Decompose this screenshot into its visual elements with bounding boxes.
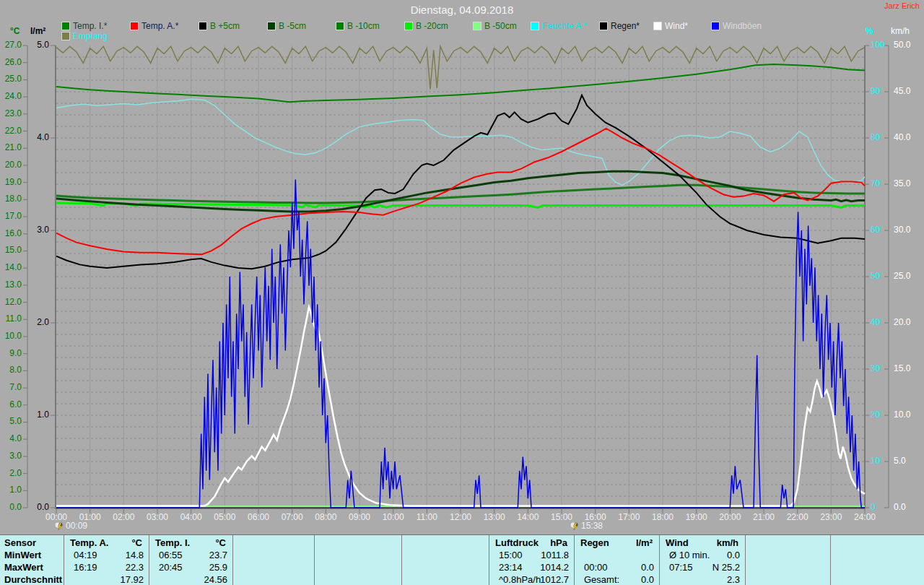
kmh-tick-label: 20.0	[894, 318, 918, 327]
temp-tick-label: 1.0	[1, 485, 22, 495]
kmh-tick-label: 15.0	[894, 364, 918, 373]
hour-tick-label: 21:00	[747, 513, 780, 522]
temp-tick-label: 14.0	[1, 263, 22, 272]
table-cell-value: 14.8	[64, 550, 144, 560]
temp-tick-label: 8.0	[1, 365, 22, 375]
hour-tick-label: 23:00	[814, 513, 847, 522]
storm-icon	[570, 521, 580, 531]
pct-tick-label: 40	[871, 318, 891, 327]
kmh-tick-label: 5.0	[894, 456, 918, 466]
storm-event-marker: 00:09	[54, 521, 87, 531]
table-cell-value: 1011.8	[489, 550, 569, 560]
kmh-tick-label: 10.0	[894, 410, 918, 420]
temp-tick-label: 5.0	[1, 417, 22, 426]
table-col-unit: °C	[149, 537, 226, 548]
table-row-label: Durchschnitt	[4, 574, 62, 585]
kmh-tick-label: 30.0	[894, 225, 918, 235]
hour-tick-label: 13:00	[478, 513, 511, 522]
table-cell-value: 0.0	[574, 574, 654, 585]
pct-tick-label: 100	[871, 40, 891, 50]
kmh-tick-label: 35.0	[894, 179, 918, 188]
rain-tick-label: 4.0	[32, 133, 49, 142]
temp-tick-label: 25.0	[1, 74, 22, 84]
statistics-table: SensorMinWertMaxWertDurchschnittTemp. A.…	[0, 534, 924, 585]
hour-tick-label: 05:00	[208, 513, 241, 522]
hour-tick-label: 03:00	[141, 513, 174, 522]
hour-tick-label: 02:00	[107, 513, 140, 522]
kmh-tick-label: 45.0	[894, 87, 918, 96]
kmh-tick-label: 50.0	[894, 40, 918, 50]
storm-event-time: 15:38	[581, 521, 603, 531]
rain-tick-label: 0.0	[32, 503, 49, 512]
table-col-unit: hPa	[489, 537, 567, 548]
temp-tick-label: 4.0	[1, 434, 22, 443]
temp-tick-label: 26.0	[1, 58, 22, 67]
temp-tick-label: 19.0	[1, 178, 22, 187]
temp-tick-label: 9.0	[1, 349, 22, 358]
pct-tick-label: 70	[871, 179, 891, 188]
temp-tick-label: 24.0	[1, 92, 22, 101]
hour-tick-label: 10:00	[377, 513, 410, 522]
table-col-unit: °C	[64, 537, 142, 548]
temp-tick-label: 11.0	[1, 314, 22, 324]
kmh-tick-label: 40.0	[894, 133, 918, 142]
table-column-separator	[401, 535, 402, 585]
temp-tick-label: 18.0	[1, 194, 22, 204]
hour-tick-label: 04:00	[175, 513, 208, 522]
pct-tick-label: 0	[871, 503, 891, 512]
temp-tick-label: 2.0	[1, 469, 22, 478]
temp-tick-label: 17.0	[1, 212, 22, 221]
pct-tick-label: 50	[871, 272, 891, 281]
table-column-separator	[232, 535, 233, 585]
table-cell-value: 0.0	[574, 562, 654, 573]
hour-tick-label: 12:00	[444, 513, 477, 522]
table-row-label: MaxWert	[4, 562, 43, 573]
hour-tick-label: 06:00	[242, 513, 275, 522]
kmh-tick-label: 25.0	[894, 272, 918, 281]
storm-event-marker: 15:38	[570, 521, 603, 531]
table-cell-value: N 25.2	[659, 562, 740, 573]
temp-tick-label: 27.0	[1, 40, 22, 50]
temp-tick-label: 22.0	[1, 126, 22, 136]
hour-tick-label: 20:00	[713, 513, 746, 522]
table-cell-value: 25.9	[149, 562, 227, 573]
temp-tick-label: 20.0	[1, 160, 22, 170]
temp-tick-label: 21.0	[1, 143, 22, 152]
table-cell-value: 1012.7	[489, 574, 569, 585]
pct-tick-label: 30	[871, 364, 891, 373]
temp-tick-label: 15.0	[1, 246, 22, 255]
weather-station-window: Dienstag, 04.09.2018 Jarz Erich °C l/m² …	[0, 0, 924, 585]
hour-tick-label: 11:00	[410, 513, 443, 522]
hour-tick-label: 14:00	[511, 513, 544, 522]
temp-tick-label: 16.0	[1, 229, 22, 238]
temp-tick-label: 3.0	[1, 451, 22, 461]
temp-tick-label: 13.0	[1, 280, 22, 290]
table-col-unit: l/m²	[574, 537, 653, 548]
pct-tick-label: 10	[871, 456, 891, 466]
rain-tick-label: 3.0	[32, 225, 49, 235]
table-column-separator	[830, 535, 831, 585]
pct-tick-label: 80	[871, 133, 891, 142]
hour-tick-label: 22:00	[781, 513, 814, 522]
table-cell-value: 17.92	[64, 574, 144, 585]
rain-tick-label: 2.0	[32, 318, 49, 327]
temp-tick-label: 0.0	[1, 503, 22, 512]
table-column-separator	[745, 535, 746, 585]
temp-tick-label: 12.0	[1, 298, 22, 307]
hour-tick-label: 18:00	[646, 513, 679, 522]
chart-plot-area	[0, 0, 924, 534]
rain-tick-label: 1.0	[32, 410, 49, 420]
table-col-unit: km/h	[659, 537, 738, 548]
table-cell-value: 24.56	[149, 574, 227, 585]
pct-tick-label: 90	[871, 87, 891, 96]
storm-event-time: 00:09	[66, 521, 87, 531]
hour-tick-label: 09:00	[343, 513, 376, 522]
pct-tick-label: 60	[871, 225, 891, 235]
table-cell-value: 2.3	[659, 574, 740, 585]
hour-tick-label: 07:00	[276, 513, 309, 522]
table-row-label: Sensor	[4, 537, 36, 548]
hour-tick-label: 17:00	[612, 513, 645, 522]
table-column-separator	[314, 535, 315, 585]
table-cell-value: 22.3	[64, 562, 144, 573]
storm-icon	[54, 521, 64, 531]
